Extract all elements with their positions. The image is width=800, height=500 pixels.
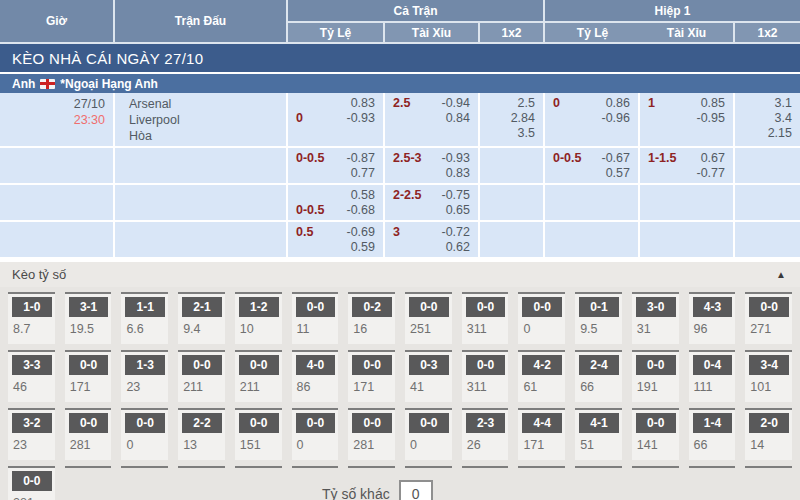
score-odds-cell[interactable]: 4-086 <box>292 350 339 402</box>
score-odds-cell[interactable]: 0-00 <box>292 408 339 460</box>
odds-cell[interactable]: 2.5-0.940.84 <box>385 93 480 148</box>
score-label[interactable]: 0-0 <box>522 297 562 317</box>
score-odds-cell[interactable]: 0-0211 <box>178 350 225 402</box>
score-odds-cell[interactable]: 0-0271 <box>745 292 792 344</box>
other-score-input[interactable]: 0 <box>399 480 433 500</box>
score-label[interactable]: 4-0 <box>296 355 336 375</box>
score-odds-cell[interactable]: 0-011 <box>292 292 339 344</box>
score-label[interactable]: 0-0 <box>352 355 392 375</box>
score-label[interactable]: 1-1 <box>125 297 165 317</box>
score-odds-cell[interactable]: 0-0141 <box>632 408 679 460</box>
collapse-arrow-icon[interactable]: ▲ <box>776 269 786 280</box>
score-odds-cell[interactable]: 4-151 <box>575 408 622 460</box>
score-label[interactable]: 4-1 <box>579 413 619 433</box>
score-odds-cell[interactable]: 0-4111 <box>689 350 736 402</box>
score-label[interactable]: 0-0 <box>409 413 449 433</box>
score-label[interactable]: 0-0 <box>69 413 109 433</box>
score-odds-cell[interactable]: 0-19.5 <box>575 292 622 344</box>
score-odds-cell[interactable]: 1-466 <box>689 408 736 460</box>
score-odds-cell[interactable]: 4-396 <box>689 292 736 344</box>
score-odds-cell[interactable]: 0-0281 <box>8 466 55 500</box>
score-label[interactable]: 2-2 <box>182 413 222 433</box>
odds-cell[interactable]: 0.830-0.93 <box>288 93 385 148</box>
score-label[interactable]: 0-0 <box>409 297 449 317</box>
score-label[interactable]: 0-0 <box>296 413 336 433</box>
odds-cell[interactable]: 3.13.42.15 <box>735 93 800 148</box>
odds-cell[interactable]: 10.85-0.95 <box>640 93 735 148</box>
score-odds-cell[interactable]: 1-16.6 <box>121 292 168 344</box>
score-odds-cell[interactable]: 0-0281 <box>348 408 395 460</box>
score-odds-cell[interactable]: 0-0311 <box>462 292 509 344</box>
score-label[interactable]: 2-3 <box>466 413 506 433</box>
score-label[interactable]: 0-0 <box>239 413 279 433</box>
score-label[interactable]: 3-1 <box>69 297 109 317</box>
odds-cell[interactable]: 0-0.5-0.670.57 <box>545 148 640 185</box>
odds-cell[interactable]: 2.5-3-0.930.83 <box>385 148 480 185</box>
score-odds-cell[interactable]: 1-323 <box>121 350 168 402</box>
score-label[interactable]: 1-2 <box>239 297 279 317</box>
score-label[interactable]: 3-3 <box>12 355 52 375</box>
score-odds-cell[interactable]: 4-261 <box>518 350 565 402</box>
score-label[interactable]: 0-3 <box>409 355 449 375</box>
odds-cell[interactable]: 0-0.5-0.870.77 <box>288 148 385 185</box>
score-odds-cell[interactable]: 0-0281 <box>65 408 112 460</box>
score-label[interactable]: 0-2 <box>352 297 392 317</box>
score-label[interactable]: 0-0 <box>125 413 165 433</box>
score-odds-cell[interactable]: 0-00 <box>405 408 452 460</box>
score-label[interactable]: 0-1 <box>579 297 619 317</box>
odds-cell[interactable]: 2-2.5-0.750.65 <box>385 185 480 222</box>
score-label[interactable]: 0-0 <box>296 297 336 317</box>
score-label[interactable]: 4-4 <box>522 413 562 433</box>
score-odds-cell[interactable]: 0-0171 <box>348 350 395 402</box>
score-odds-cell[interactable]: 0-00 <box>518 292 565 344</box>
score-label[interactable]: 0-0 <box>636 355 676 375</box>
score-odds-cell[interactable]: 0-341 <box>405 350 452 402</box>
odds-cell[interactable]: 2.52.843.5 <box>480 93 545 148</box>
score-odds-cell[interactable]: 3-4101 <box>745 350 792 402</box>
score-odds-cell[interactable]: 2-466 <box>575 350 622 402</box>
score-odds-cell[interactable]: 0-0251 <box>405 292 452 344</box>
score-odds-cell[interactable]: 4-4171 <box>518 408 565 460</box>
score-label[interactable]: 0-0 <box>466 297 506 317</box>
score-label[interactable]: 0-0 <box>636 413 676 433</box>
score-odds-cell[interactable]: 2-326 <box>462 408 509 460</box>
score-odds-cell[interactable]: 3-223 <box>8 408 55 460</box>
odds-cell[interactable]: 00.86-0.96 <box>545 93 640 148</box>
score-label[interactable]: 4-2 <box>522 355 562 375</box>
score-label[interactable]: 0-0 <box>749 297 789 317</box>
score-label[interactable]: 1-0 <box>12 297 52 317</box>
score-label[interactable]: 0-0 <box>239 355 279 375</box>
score-odds-cell[interactable]: 2-014 <box>745 408 792 460</box>
score-odds-cell[interactable]: 1-210 <box>235 292 282 344</box>
score-label[interactable]: 4-3 <box>693 297 733 317</box>
odds-cell[interactable]: 3-0.720.62 <box>385 222 480 259</box>
score-odds-cell[interactable]: 2-19.4 <box>178 292 225 344</box>
score-odds-cell[interactable]: 0-216 <box>348 292 395 344</box>
score-label[interactable]: 3-4 <box>749 355 789 375</box>
score-label[interactable]: 0-0 <box>466 355 506 375</box>
score-label[interactable]: 0-0 <box>69 355 109 375</box>
score-label[interactable]: 0-0 <box>352 413 392 433</box>
score-odds-cell[interactable]: 3-119.5 <box>65 292 112 344</box>
odds-cell[interactable]: 1-1.50.67-0.77 <box>640 148 735 185</box>
score-label[interactable]: 3-2 <box>12 413 52 433</box>
score-label[interactable]: 1-3 <box>125 355 165 375</box>
score-label[interactable]: 3-0 <box>636 297 676 317</box>
score-label[interactable]: 0-0 <box>182 355 222 375</box>
score-odds-cell[interactable]: 3-346 <box>8 350 55 402</box>
score-label[interactable]: 2-1 <box>182 297 222 317</box>
score-odds-cell[interactable]: 0-0311 <box>462 350 509 402</box>
score-odds-cell[interactable]: 0-0171 <box>65 350 112 402</box>
odds-cell[interactable]: 0.580-0.5-0.68 <box>288 185 385 222</box>
score-label[interactable]: 1-4 <box>693 413 733 433</box>
score-odds-cell[interactable]: 0-00 <box>121 408 168 460</box>
score-label[interactable]: 2-0 <box>749 413 789 433</box>
score-odds-cell[interactable]: 3-031 <box>632 292 679 344</box>
score-label[interactable]: 0-4 <box>693 355 733 375</box>
score-odds-cell[interactable]: 1-08.7 <box>8 292 55 344</box>
score-odds-cell[interactable]: 2-213 <box>178 408 225 460</box>
score-odds-cell[interactable]: 0-0151 <box>235 408 282 460</box>
score-label[interactable]: 2-4 <box>579 355 619 375</box>
score-odds-cell[interactable]: 0-0191 <box>632 350 679 402</box>
score-label[interactable]: 0-0 <box>12 471 52 491</box>
